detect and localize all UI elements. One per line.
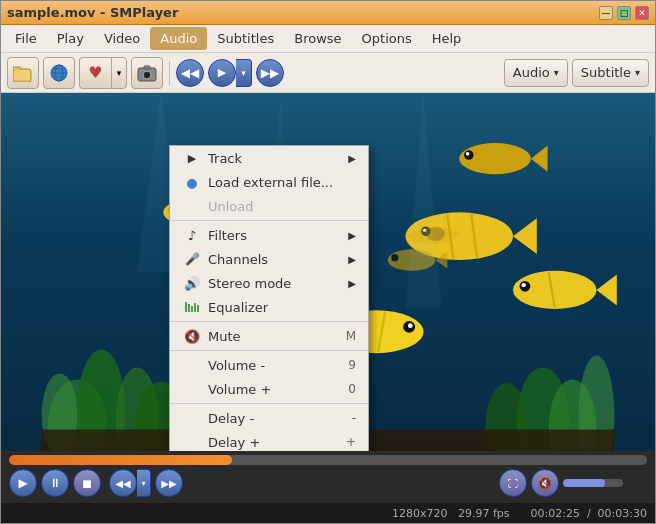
camera-icon: [137, 64, 157, 82]
vol-down-label: Volume -: [208, 358, 328, 373]
audio-menu-delay-down[interactable]: Delay - -: [170, 406, 368, 430]
equalizer-label: Equalizer: [208, 300, 356, 315]
menu-subtitles[interactable]: Subtitles: [207, 27, 284, 50]
equalizer-icon: [182, 299, 202, 315]
prev-dropdown-button[interactable]: ▾: [137, 469, 151, 497]
audio-menu-vol-up[interactable]: Volume + 0: [170, 377, 368, 401]
menu-browse[interactable]: Browse: [284, 27, 351, 50]
audio-menu-filters[interactable]: ♪ Filters ▶: [170, 223, 368, 247]
menu-sep-3: [170, 350, 368, 351]
forward-icon: ▶▶: [261, 66, 279, 80]
filters-submenu-arrow: ▶: [348, 230, 356, 241]
fullscreen-icon: ⛶: [508, 478, 518, 489]
menu-audio[interactable]: Audio: [150, 27, 207, 50]
vol-up-label: Volume +: [208, 382, 328, 397]
subtitle-track-dropdown[interactable]: Subtitle ▾: [572, 59, 649, 87]
unload-icon: [182, 198, 202, 214]
audio-menu-stereo[interactable]: 🔊 Stereo mode ▶: [170, 271, 368, 295]
svg-marker-63: [406, 93, 442, 308]
audio-menu-vol-down[interactable]: Volume - 9: [170, 353, 368, 377]
rewind-button[interactable]: ◀◀: [176, 59, 204, 87]
fullscreen-ctrl-button[interactable]: ⛶: [499, 469, 527, 497]
prev-ctrl-button[interactable]: ◀◀: [109, 469, 137, 497]
filters-icon: ♪: [182, 227, 202, 243]
chevron-down-icon: ▾: [117, 68, 122, 78]
forward-button[interactable]: ▶▶: [256, 59, 284, 87]
audio-menu-load-external[interactable]: ● Load external file...: [170, 170, 368, 194]
audio-menu-track[interactable]: ▶ Track ▶: [170, 146, 368, 170]
progress-row: [9, 455, 647, 465]
svg-point-50: [522, 283, 526, 287]
audio-track-dropdown[interactable]: Audio ▾: [504, 59, 568, 87]
track-icon: ▶: [182, 150, 202, 166]
favorites-button[interactable]: ♥: [79, 57, 111, 89]
folder-icon: [13, 64, 33, 82]
screenshot-button[interactable]: [131, 57, 163, 89]
volume-slider[interactable]: [563, 479, 623, 487]
stereo-icon: 🔊: [182, 275, 202, 291]
track-submenu-arrow: ▶: [348, 153, 356, 164]
play-dropdown-button[interactable]: ▾: [236, 59, 252, 87]
vol-down-shortcut: 9: [348, 358, 356, 372]
maximize-button[interactable]: □: [617, 6, 631, 20]
titlebar: sample.mov - SMPlayer — □ ✕: [1, 1, 655, 25]
open-button[interactable]: [7, 57, 39, 89]
mute-shortcut: M: [346, 329, 356, 343]
delay-up-label: Delay +: [208, 435, 326, 450]
menu-options[interactable]: Options: [352, 27, 422, 50]
delay-down-label: Delay -: [208, 411, 332, 426]
svg-point-10: [145, 72, 150, 77]
svg-rect-68: [197, 305, 199, 312]
separator-1: [169, 61, 170, 85]
next-ctrl-button[interactable]: ▶▶: [155, 469, 183, 497]
svg-rect-64: [185, 302, 187, 312]
svg-rect-11: [144, 66, 150, 69]
stereo-submenu-arrow: ▶: [348, 278, 356, 289]
pause-ctrl-button[interactable]: ⏸: [41, 469, 69, 497]
minimize-button[interactable]: —: [599, 6, 613, 20]
play-ctrl-button[interactable]: ▶: [9, 469, 37, 497]
favorites-group: ♥ ▾: [79, 57, 127, 89]
main-window: sample.mov - SMPlayer — □ ✕ File Play Vi…: [0, 0, 656, 524]
track-label: Track: [208, 151, 340, 166]
menu-video[interactable]: Video: [94, 27, 150, 50]
load-external-icon: ●: [182, 174, 202, 190]
audio-menu-delay-up[interactable]: Delay + +: [170, 430, 368, 451]
menu-play[interactable]: Play: [47, 27, 94, 50]
controls-bar: ▶ ⏸ ■ ◀◀ ▾ ▶▶: [1, 451, 655, 503]
svg-rect-67: [194, 303, 196, 312]
play-ctrl-icon: ▶: [18, 476, 27, 490]
close-button[interactable]: ✕: [635, 6, 649, 20]
mute-label: Mute: [208, 329, 326, 344]
audio-menu-channels[interactable]: 🎤 Channels ▶: [170, 247, 368, 271]
menu-file[interactable]: File: [5, 27, 47, 50]
audio-menu-mute[interactable]: 🔇 Mute M: [170, 324, 368, 348]
svg-rect-66: [191, 306, 193, 312]
svg-rect-65: [188, 304, 190, 312]
progress-bar[interactable]: [9, 455, 647, 465]
delay-down-icon: [182, 410, 202, 426]
favorites-dropdown-button[interactable]: ▾: [111, 57, 127, 89]
menu-sep-4: [170, 403, 368, 404]
audio-track-label: Audio: [513, 65, 550, 80]
mute-ctrl-button[interactable]: 🔇: [531, 469, 559, 497]
prev-group: ◀◀ ▾: [109, 469, 151, 497]
rewind-icon: ◀◀: [181, 66, 199, 80]
svg-marker-22: [513, 218, 537, 254]
audio-menu: ▶ Track ▶ ● Load external file... Unload…: [169, 145, 369, 451]
url-button[interactable]: [43, 57, 75, 89]
svg-marker-44: [531, 146, 548, 172]
play-button[interactable]: ▶: [208, 59, 236, 87]
channels-icon: 🎤: [182, 251, 202, 267]
menu-help[interactable]: Help: [422, 27, 472, 50]
progress-fill: [9, 455, 232, 465]
channels-submenu-arrow: ▶: [348, 254, 356, 265]
prev-ctrl-icon: ◀◀: [115, 478, 130, 489]
play-dropdown-icon: ▾: [241, 68, 246, 78]
stop-ctrl-button[interactable]: ■: [73, 469, 101, 497]
unload-label: Unload: [208, 199, 356, 214]
resolution-display: 1280x720 29.97 fps 00:02:25 / 00:03:30: [392, 507, 647, 520]
audio-menu-equalizer[interactable]: Equalizer: [170, 295, 368, 319]
video-area[interactable]: ▶ Track ▶ ● Load external file... Unload…: [1, 93, 655, 451]
play-icon: ▶: [218, 66, 226, 79]
